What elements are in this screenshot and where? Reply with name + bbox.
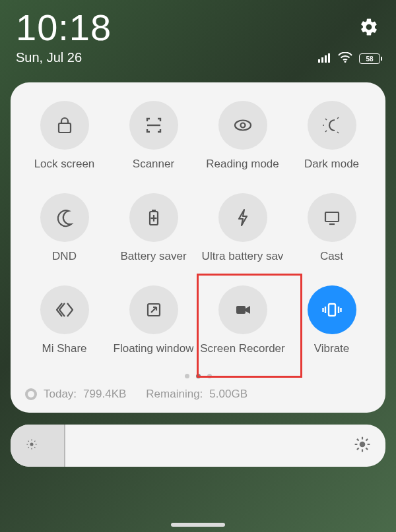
qs-tile-label: DND	[52, 250, 77, 263]
data-remaining-label: Remaining:	[146, 388, 203, 401]
video-icon	[218, 285, 267, 334]
battery-plus-icon	[129, 193, 178, 242]
qs-tile-scanner[interactable]: Scanner	[109, 101, 198, 171]
clock: 10:18	[16, 9, 380, 46]
qs-tile-mishare[interactable]: Mi Share	[20, 285, 109, 355]
page-dot[interactable]	[207, 374, 212, 378]
qs-tile-dnd[interactable]: DND	[20, 193, 109, 263]
svg-point-5	[30, 443, 34, 446]
qs-tile-battery[interactable]: Battery saver	[109, 193, 198, 263]
bolt-icon	[218, 193, 267, 242]
svg-line-22	[366, 439, 368, 441]
settings-button[interactable]	[359, 17, 379, 40]
brightness-low-icon	[25, 438, 38, 454]
qs-tile-vibrate[interactable]: Vibrate	[287, 285, 376, 355]
svg-line-10	[28, 441, 29, 442]
svg-line-19	[357, 439, 359, 441]
qs-tile-float[interactable]: Floating window	[109, 285, 198, 355]
brightness-slider[interactable]	[11, 425, 385, 467]
qs-tile-label: Cast	[320, 250, 343, 263]
qs-tile-label: Reading mode	[206, 158, 279, 171]
qs-tile-label: Ultra battery sav	[202, 250, 284, 263]
mishare-icon	[40, 285, 89, 334]
notification-shade-header: 10:18 Sun, Jul 26 58	[0, 0, 396, 71]
qs-tile-label: Battery saver	[120, 250, 186, 263]
svg-line-12	[28, 447, 29, 448]
battery-icon: 58	[359, 53, 380, 64]
qs-tile-screc[interactable]: Screen Recorder	[198, 285, 287, 355]
svg-point-4	[345, 61, 346, 63]
qs-tile-lock[interactable]: Lock screen	[20, 101, 109, 171]
data-usage-row[interactable]: Today: 799.4KB Remaining: 5.00GB	[20, 388, 376, 401]
battery-percent: 58	[366, 55, 373, 63]
data-today-value: 799.4KB	[83, 388, 126, 401]
vibrate-icon	[308, 285, 356, 334]
quick-settings-grid: Lock screenScannerReading modeDark modeD…	[20, 101, 376, 355]
qs-tile-label: Mi Share	[42, 342, 86, 355]
date: Sun, Jul 26	[16, 50, 82, 65]
page-dot[interactable]	[185, 374, 189, 378]
svg-rect-2	[325, 55, 327, 63]
quick-settings-panel: Lock screenScannerReading modeDark modeD…	[11, 82, 385, 413]
eye-icon	[218, 101, 267, 150]
qs-tile-label: Floating window	[114, 342, 194, 355]
qs-tile-dark[interactable]: Dark mode	[287, 101, 376, 171]
qs-tile-label: Dark mode	[304, 158, 359, 171]
svg-point-14	[360, 442, 366, 448]
svg-line-13	[34, 441, 35, 442]
qs-tile-cast[interactable]: Cast	[287, 193, 376, 263]
svg-rect-0	[318, 59, 320, 63]
qs-tile-ultra[interactable]: Ultra battery sav	[198, 193, 287, 263]
dark-mode-icon	[308, 101, 356, 150]
qs-tile-reading[interactable]: Reading mode	[198, 101, 287, 171]
qs-tile-label: Screen Recorder	[200, 342, 285, 355]
brightness-high-icon	[354, 436, 371, 456]
qs-tile-label: Lock screen	[34, 158, 95, 171]
svg-line-21	[357, 448, 359, 450]
svg-line-20	[366, 448, 368, 450]
status-icons: 58	[318, 52, 380, 65]
data-usage-ring-icon	[25, 388, 37, 400]
scanner-icon	[129, 101, 178, 150]
page-dot[interactable]	[196, 374, 201, 378]
page-indicator[interactable]	[20, 374, 376, 378]
wifi-icon	[338, 52, 352, 65]
svg-line-11	[34, 447, 35, 448]
data-remaining-value: 5.00GB	[209, 388, 248, 401]
svg-rect-3	[328, 53, 330, 63]
float-window-icon	[129, 285, 178, 334]
moon-icon	[40, 193, 89, 242]
qs-tile-label: Scanner	[133, 158, 174, 171]
svg-rect-1	[321, 57, 323, 63]
data-today-label: Today:	[44, 388, 77, 401]
qs-tile-label: Vibrate	[314, 342, 350, 355]
signal-icon	[318, 52, 331, 65]
cast-icon	[308, 193, 356, 242]
nav-handle[interactable]	[171, 523, 225, 527]
lock-icon	[40, 101, 89, 150]
